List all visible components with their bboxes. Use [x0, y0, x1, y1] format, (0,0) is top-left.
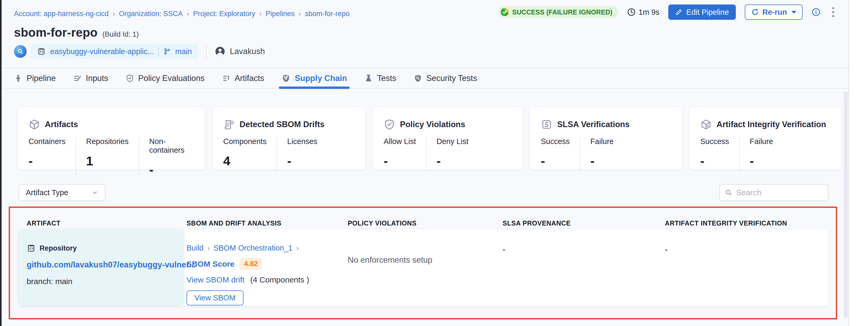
repo-row: easybuggy-vulnerable-applic... main Lava… — [14, 43, 265, 60]
repository-icon — [37, 47, 45, 56]
shield-check-icon — [126, 74, 134, 83]
tab-security-tests[interactable]: Security Tests — [414, 68, 477, 88]
active-tab-indicator — [279, 87, 349, 89]
table-header-row: ARTIFACT SBOM AND DRIFT ANALYSIS POLICY … — [27, 220, 829, 227]
artifact-type-dropdown[interactable]: Artifact Type — [19, 184, 105, 201]
card-artifacts: Artifacts Containers- Repositories1 Non-… — [18, 108, 205, 169]
flask-icon — [364, 74, 373, 83]
search-box — [719, 184, 829, 201]
stat-integrity-success: Success- — [700, 137, 739, 171]
breadcrumb-organization[interactable]: Organization: SSCA — [119, 10, 183, 18]
sbom-score-row: SBOM Score 4.82 — [187, 258, 309, 270]
status-text: SUCCESS (FAILURE IGNORED) — [512, 8, 612, 16]
stat-containers: Containers- — [29, 137, 75, 176]
repo-pill[interactable]: easybuggy-vulnerable-applic... main — [31, 44, 198, 59]
cube-verified-icon — [700, 119, 712, 130]
breadcrumb-separator: › — [296, 244, 299, 252]
tab-bar: Pipeline Inputs Policy Evaluations Artif… — [2, 68, 848, 89]
tab-label: Inputs — [86, 74, 108, 83]
git-branch-icon — [163, 48, 171, 55]
tab-policy-evaluations[interactable]: Policy Evaluations — [126, 68, 205, 88]
branch-name[interactable]: main — [175, 47, 192, 56]
artifact-type: Repository — [27, 244, 176, 253]
col-artifact: ARTIFACT — [27, 220, 187, 227]
search-input[interactable] — [736, 188, 823, 197]
breadcrumb-separator: › — [187, 9, 189, 18]
info-icon[interactable] — [811, 8, 820, 17]
divider — [206, 43, 207, 60]
artifact-integrity-cell: - — [665, 245, 668, 254]
stat-integrity-failure: Failure- — [739, 137, 783, 171]
tab-tests[interactable]: Tests — [364, 68, 396, 88]
stat-slsa-success: Success- — [541, 137, 580, 171]
rerun-button[interactable]: Re-run — [745, 4, 803, 20]
status-badge: SUCCESS (FAILURE IGNORED) — [498, 6, 618, 18]
shield-check-icon — [383, 119, 395, 130]
slsa-icon — [541, 119, 553, 130]
sbom-crumb-stage[interactable]: SBOM Orchestration_1 — [213, 244, 292, 252]
tab-pipeline[interactable]: Pipeline — [14, 68, 56, 88]
card-policy-violations: Policy Violations Allow List- Deny List- — [373, 108, 522, 169]
card-slsa-verifications: SLSA Verifications Success- Failure- — [530, 108, 682, 169]
tab-label: Tests — [377, 74, 396, 83]
pipeline-icon — [14, 74, 23, 83]
success-check-icon — [501, 8, 509, 16]
breadcrumb-pipeline-name[interactable]: sbom-for-repo — [305, 10, 350, 18]
edit-pipeline-label: Edit Pipeline — [686, 8, 729, 17]
sbom-crumb-build[interactable]: Build — [187, 244, 204, 252]
breadcrumb-separator: › — [207, 244, 210, 252]
breadcrumb-account[interactable]: Account: app-harness-ng-cicd — [14, 10, 109, 18]
view-sbom-button[interactable]: View SBOM — [187, 290, 244, 305]
artifacts-icon — [222, 74, 230, 83]
tab-artifacts[interactable]: Artifacts — [222, 68, 264, 88]
breadcrumb-separator: › — [113, 9, 115, 18]
tab-label: Supply Chain — [295, 74, 347, 83]
breadcrumb: Account: app-harness-ng-cicd › Organizat… — [14, 9, 349, 18]
triggered-by-user: Lavakush — [215, 46, 265, 57]
execution-page: Account: app-harness-ng-cicd › Organizat… — [0, 0, 868, 326]
col-sbom-drift: SBOM AND DRIFT ANALYSIS — [187, 220, 348, 227]
stat-deny-list: Deny List- — [426, 137, 478, 171]
rerun-icon — [751, 8, 759, 16]
search-icon — [725, 189, 732, 196]
tab-inputs[interactable]: Inputs — [73, 68, 108, 88]
view-sbom-drift-link[interactable]: View SBOM drift — [187, 275, 245, 284]
stat-licenses: Licenses- — [277, 137, 327, 171]
breadcrumb-pipelines[interactable]: Pipelines — [266, 10, 295, 18]
header-actions: SUCCESS (FAILURE IGNORED) 1m 9s Edit Pip… — [498, 4, 837, 20]
card-artifact-integrity: Artifact Integrity Verification Success-… — [690, 108, 841, 169]
edit-pipeline-button[interactable]: Edit Pipeline — [668, 4, 736, 20]
duration-text: 1m 9s — [639, 8, 659, 17]
pipeline-execution-icon — [14, 45, 27, 58]
artifact-repo-link[interactable]: github.com/lavakush07/easybuggy-vulner..… — [27, 260, 176, 269]
inputs-icon — [73, 74, 82, 83]
artifact-type-label: Repository — [39, 244, 77, 252]
card-title: Artifacts — [45, 120, 78, 129]
artifact-cell: Repository github.com/lavakush07/easybug… — [19, 229, 184, 306]
vertical-scrollbar[interactable] — [844, 91, 848, 318]
tab-supply-chain[interactable]: Supply Chain — [281, 68, 347, 88]
breadcrumb-project[interactable]: Project: Exploratory — [193, 10, 255, 18]
sbom-score-badge: 4.82 — [240, 258, 262, 270]
drift-component-count: (4 Components ) — [250, 275, 309, 284]
breadcrumb-separator: › — [259, 9, 262, 18]
sbom-cell: Build › SBOM Orchestration_1 › SBOM Scor… — [187, 244, 309, 305]
title-row: sbom-for-repo (Build Id: 1) — [14, 25, 139, 39]
col-policy-violations: POLICY VIOLATIONS — [348, 220, 503, 227]
sbom-score-link[interactable]: SBOM Score — [187, 260, 235, 268]
scroll-icon — [223, 119, 235, 130]
card-title: Artifact Integrity Verification — [717, 120, 826, 129]
more-options-icon[interactable] — [830, 5, 837, 19]
tab-label: Security Tests — [426, 74, 477, 83]
col-slsa-provenance: SLSA PROVENANCE — [503, 220, 665, 227]
rerun-label: Re-run — [763, 8, 787, 17]
clock-icon — [627, 8, 636, 17]
repo-name[interactable]: easybuggy-vulnerable-applic... — [50, 47, 154, 56]
cube-icon — [29, 119, 40, 130]
policy-violations-cell: No enforcements setup — [348, 255, 432, 265]
summary-cards: Artifacts Containers- Repositories1 Non-… — [18, 108, 841, 169]
artifact-type-label: Artifact Type — [26, 188, 68, 197]
artifact-branch: branch: main — [27, 277, 176, 286]
build-id: (Build Id: 1) — [102, 30, 139, 38]
chevron-down-icon — [792, 11, 796, 14]
